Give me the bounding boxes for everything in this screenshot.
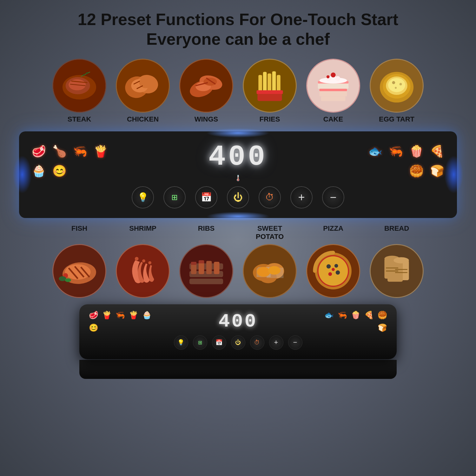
mini-minus-button[interactable]: −: [288, 335, 302, 350]
mini-icon-cake[interactable]: 🧁: [142, 311, 152, 320]
mini-icon-eggtart[interactable]: 🥮: [378, 311, 387, 320]
food-label-steak: STEAK: [68, 115, 91, 123]
main-control-panel: 🥩 🍗 🦐 🍟 🧁 😊 400 🌡️ 🐟 🦐 🍿 🍕 🥮: [19, 131, 457, 218]
mini-panel: 🥩 🍟 🦐 🍟 🧁 😊 400 🐟 🦐 🍿 🍕: [89, 311, 387, 332]
power-button[interactable]: ⏻: [227, 186, 249, 208]
mini-grid-button[interactable]: ⊞: [193, 335, 207, 350]
svg-point-86: [328, 272, 332, 276]
food-circle-shrimp: [116, 244, 170, 298]
food-circle-cake: [306, 59, 360, 113]
mini-temperature-display: 400: [218, 311, 257, 332]
preset-icon-eggtart-panel[interactable]: 🥮: [409, 164, 424, 178]
grid-button[interactable]: ⊞: [163, 186, 186, 208]
timer-button[interactable]: ⏱: [259, 186, 281, 208]
mini-icon-steak[interactable]: 🥩: [89, 311, 98, 320]
mini-center: 400: [218, 311, 257, 332]
preset-icon-fish-panel[interactable]: 🐟: [368, 145, 382, 158]
bottom-label-sweetpotato: SWEET POTATO: [256, 224, 284, 241]
bottom-label-bread: BREAD: [384, 224, 409, 232]
svg-rect-27: [272, 71, 276, 93]
svg-point-88: [332, 268, 335, 271]
preset-icon-shrimp-panel[interactable]: 🦐: [389, 145, 403, 158]
food-item-bread: [370, 244, 424, 298]
food-label-chicken: CHICKEN: [127, 115, 159, 123]
mini-light-button[interactable]: 💡: [174, 335, 188, 350]
mini-icon-bread[interactable]: 🍞: [378, 323, 387, 332]
food-item-steak: STEAK: [52, 59, 106, 123]
food-circle-fries: [243, 59, 297, 113]
preset-icon-shrimp-small[interactable]: 🦐: [73, 145, 87, 158]
mini-minus-icon: −: [293, 338, 297, 347]
minus-button[interactable]: −: [322, 186, 344, 208]
food-item-eggtart: EGG TART: [370, 59, 424, 123]
light-button[interactable]: 💡: [132, 186, 154, 208]
timer-icon: ⏱: [265, 192, 274, 202]
svg-point-94: [393, 257, 409, 263]
mini-icon-fish[interactable]: 🐟: [324, 311, 334, 320]
food-circle-eggtart: [370, 59, 424, 113]
plus-icon: +: [298, 191, 305, 204]
power-icon: ⏻: [233, 192, 243, 203]
mini-light-icon: 💡: [177, 339, 184, 346]
food-circle-bread: [370, 244, 424, 298]
panel-left-icons: 🥩 🍗 🦐 🍟 🧁 😊: [32, 145, 121, 178]
preset-icon-fries-panel[interactable]: 🍟: [94, 145, 108, 158]
svg-rect-35: [320, 89, 347, 91]
mini-icon-fries[interactable]: 🍟: [102, 311, 112, 320]
preset-icon-emoji[interactable]: 😊: [52, 164, 67, 178]
food-item-sweetpotato: [243, 244, 297, 298]
bottom-food-row: [40, 242, 436, 301]
grid-icon: ⊞: [171, 193, 178, 202]
panel-top-light: [206, 128, 270, 138]
svg-point-42: [327, 75, 330, 78]
mini-power-button[interactable]: ⏻: [231, 335, 245, 350]
svg-rect-36: [321, 96, 345, 101]
page-container: 12 Preset Functions For One-Touch Start …: [0, 0, 476, 476]
preset-icon-pizza-panel[interactable]: 🍕: [430, 145, 444, 158]
svg-point-61: [135, 257, 139, 261]
temperature-display: 400: [208, 141, 268, 173]
mini-power-icon: ⏻: [235, 339, 241, 346]
preset-icon-chicken[interactable]: 🍗: [52, 145, 67, 158]
mini-icon-popcorn[interactable]: 🍿: [351, 311, 360, 320]
panel-icons-row: 🥩 🍗 🦐 🍟 🧁 😊 400 🌡️ 🐟 🦐 🍿 🍕 🥮: [32, 141, 444, 182]
preset-icon-nuggets[interactable]: 🍿: [409, 145, 424, 158]
mini-icon-pizza[interactable]: 🍕: [364, 311, 374, 320]
mini-icon-emoji[interactable]: 😊: [89, 323, 98, 332]
mini-timer-button[interactable]: ⏱: [250, 335, 264, 350]
minus-icon: −: [330, 191, 336, 204]
food-circle-sweetpotato: [243, 244, 297, 298]
mini-icons-left: 🥩 🍟 🦐 🍟 🧁 😊: [89, 311, 152, 332]
bottom-label-shrimp: SHRIMP: [129, 224, 156, 232]
panel-right-icons: 🐟 🦐 🍿 🍕 🥮 🍞: [355, 145, 444, 178]
title-line2: Everyone can be a chef: [78, 29, 398, 49]
mini-icon-fries2[interactable]: 🍟: [129, 311, 138, 320]
food-item-shrimp: [116, 244, 170, 298]
mini-plus-icon: +: [274, 338, 278, 347]
top-food-row: STEAK CHICKEN: [40, 56, 436, 127]
mini-calendar-icon: 📅: [215, 339, 222, 346]
mini-icon-shrimp[interactable]: 🦐: [116, 311, 125, 320]
svg-rect-30: [257, 90, 283, 94]
svg-rect-73: [199, 260, 204, 263]
svg-point-79: [268, 266, 281, 274]
mini-plus-button[interactable]: +: [269, 335, 283, 350]
food-label-eggtart: EGG TART: [379, 115, 414, 123]
mini-icon-shrimp2[interactable]: 🦐: [338, 311, 347, 320]
food-circle-steak: [52, 59, 106, 113]
preset-icon-steak[interactable]: 🥩: [32, 145, 46, 158]
digital-display: 400: [208, 141, 268, 173]
calendar-button[interactable]: 📅: [195, 186, 217, 208]
preset-icon-bread-panel[interactable]: 🍞: [430, 164, 444, 178]
mini-timer-icon: ⏱: [254, 339, 260, 346]
preset-icon-cake-panel[interactable]: 🧁: [32, 164, 46, 178]
mini-ctrl-buttons: 💡 ⊞ 📅 ⏻ ⏱ + −: [89, 335, 387, 350]
food-item-fries: FRIES: [243, 59, 297, 123]
food-circle-wings: [179, 59, 233, 113]
food-circle-chicken: [116, 59, 170, 113]
bottom-label-ribs: RIBS: [198, 224, 215, 232]
plus-button[interactable]: +: [290, 186, 313, 208]
food-label-wings: WINGS: [195, 115, 218, 123]
mini-calendar-button[interactable]: 📅: [212, 335, 226, 350]
svg-point-49: [400, 83, 402, 85]
